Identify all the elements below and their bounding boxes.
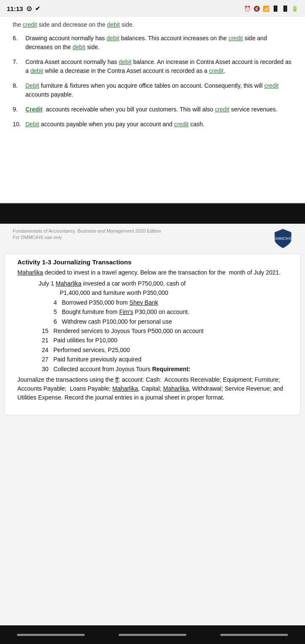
list-content-10: Debit accounts payable when you pay your… xyxy=(25,120,292,129)
svg-text:DMMCIHS: DMMCIHS xyxy=(274,236,292,241)
journalize-text: Journalize the transactions using the ff… xyxy=(17,375,288,402)
list-num-10: 10. xyxy=(13,120,25,129)
list-num-7: 7. xyxy=(13,58,25,75)
list-num-6: 6. xyxy=(13,34,25,52)
battery-icon: 🔋 xyxy=(291,6,298,12)
check-icon: ✔ xyxy=(35,5,40,12)
status-right: ⏰ 🔇 📶 ▐▌ ▐▌ 🔋 xyxy=(244,6,298,12)
wifi-icon: 📶 xyxy=(263,6,269,12)
maharlika-ul: Maharlika xyxy=(55,280,81,287)
trans-15: 15 Rendered services to Joyous Tours P50… xyxy=(39,326,288,336)
credit-word-cut: credit xyxy=(22,21,37,28)
trans-30: 30 Collected account from Joyous Tours R… xyxy=(39,364,288,374)
debit-7b: debit xyxy=(30,67,43,74)
nav-pill-2[interactable] xyxy=(119,634,186,636)
cut-text: the credit side and decrease on the debi… xyxy=(13,21,292,28)
ff-underline: ff xyxy=(115,376,119,383)
header-line2: For DMMCIHS use only xyxy=(13,234,161,241)
july-1-line: July 1 Maharlika invested a car worth P7… xyxy=(39,279,288,288)
fim-name: Fim's xyxy=(119,308,133,315)
list-item-9: 9. Credit accounts receivable when you b… xyxy=(13,105,292,114)
header-line1: Fundamentals of Accountancy, Business an… xyxy=(13,228,161,234)
trans-24: 24 Performed services, P25,000 xyxy=(39,345,288,355)
credit-10a: credit xyxy=(174,121,189,128)
nav-pill-3[interactable] xyxy=(220,634,288,636)
list-item-10: 10. Debit accounts payable when you pay … xyxy=(13,120,292,129)
bottom-nav xyxy=(0,625,305,644)
list-content-7: Contra Asset account normally has debit … xyxy=(25,58,292,75)
list-item-7: 7. Contra Asset account normally has deb… xyxy=(13,58,292,75)
trans-4: 4 Borrowed P350,000 from Shey Bank xyxy=(39,298,288,307)
time-display: 11:13 xyxy=(7,5,23,12)
shield-icon: DMMCIHS xyxy=(274,228,292,250)
list-item-8: 8. Debit furniture & fixtures when you a… xyxy=(13,81,292,99)
mute-icon: 🔇 xyxy=(253,6,260,12)
page-header: Fundamentals of Accountancy, Business an… xyxy=(0,224,305,252)
status-bar: 11:13 ⊙ ✔ ⏰ 🔇 📶 ▐▌ ▐▌ 🔋 xyxy=(0,0,305,17)
maharlika-withdrawal: Maharlika xyxy=(163,385,189,392)
activity-content: Activity 1-3 Journalizing Transactions M… xyxy=(4,254,301,415)
debit-6b: debit xyxy=(72,44,85,50)
list-content-6: Drawing account normally has debit balan… xyxy=(25,34,292,52)
trans-21: 21 Paid utilities for P10,000 xyxy=(39,336,288,345)
list-item-6: 6. Drawing account normally has debit ba… xyxy=(13,34,292,52)
list-content-8: Debit furniture & fixtures when you acqu… xyxy=(25,81,292,99)
transactions-block: July 1 Maharlika invested a car worth P7… xyxy=(17,279,288,374)
activity-title: Activity 1-3 Journalizing Transactions xyxy=(17,258,288,266)
signal2-icon: ▐▌ xyxy=(282,6,289,11)
alarm-icon: ⏰ xyxy=(244,6,251,12)
trans-27: 27 Paid furniture previously acquired xyxy=(39,355,288,364)
activity-intro: Maharlika decided to invest in a travel … xyxy=(17,268,288,277)
july-1-cont: P1,400,000 and furniture worth P350,000 xyxy=(39,288,288,297)
shey-bank: Shey Bank xyxy=(130,299,158,306)
debit-8a: Debit xyxy=(25,82,39,89)
trans-5: 5 Bought furniture from Fim's P30,000 on… xyxy=(39,307,288,316)
nav-pill-1[interactable] xyxy=(17,634,85,636)
debit-6a: debit xyxy=(106,35,119,42)
list-content-9: Credit accounts receivable when you bill… xyxy=(25,105,292,114)
requirement-label: Requirement: xyxy=(152,366,190,372)
status-left: 11:13 ⊙ ✔ xyxy=(7,5,40,13)
maharlika-capital: Maharlika xyxy=(112,385,138,392)
credit-7a: credit xyxy=(209,67,224,74)
trans-6: 6 Withdrew cash P100,000 for personal us… xyxy=(39,317,288,326)
credit-9a: Credit xyxy=(25,106,42,113)
debit-word-cut: debit xyxy=(107,21,120,28)
divider-bar xyxy=(0,203,305,224)
credit-8a: credit xyxy=(264,82,279,89)
list-num-9: 9. xyxy=(13,105,25,114)
header-text: Fundamentals of Accountancy, Business an… xyxy=(13,228,161,241)
signal1-icon: ▐▌ xyxy=(272,6,279,11)
credit-9b: credit xyxy=(215,106,229,113)
shield-svg: DMMCIHS xyxy=(274,228,292,249)
intro-maharlika: Maharlika xyxy=(17,269,43,276)
top-page: the credit side and decrease on the debi… xyxy=(0,17,305,203)
credit-6a: credit xyxy=(228,35,243,42)
debit-10a: Debit xyxy=(25,121,39,128)
list-num-8: 8. xyxy=(13,81,25,99)
location-icon: ⊙ xyxy=(26,5,32,13)
bottom-page: Fundamentals of Accountancy, Business an… xyxy=(0,224,305,644)
debit-7a: debit xyxy=(119,58,131,65)
